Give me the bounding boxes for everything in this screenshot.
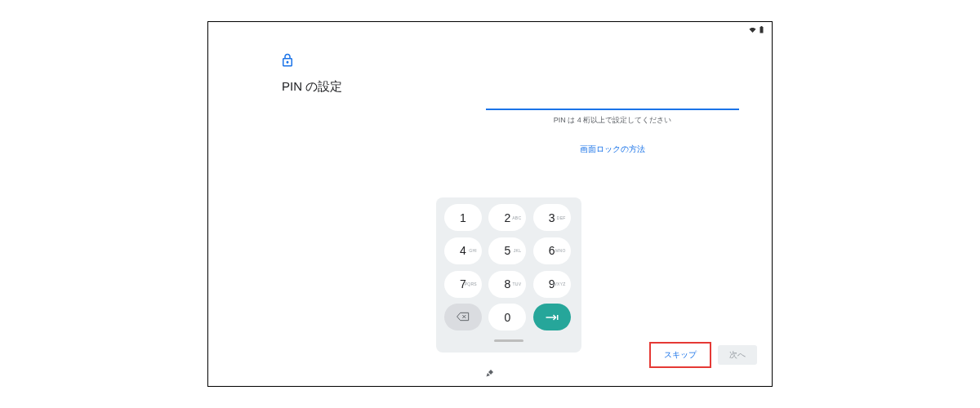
key-5[interactable]: 5JKL [488, 237, 526, 264]
svg-rect-1 [761, 26, 763, 27]
key-4[interactable]: 4GHI [444, 237, 482, 264]
key-2[interactable]: 2ABC [488, 204, 526, 231]
key-6[interactable]: 6MNO [533, 237, 571, 264]
enter-icon [545, 310, 559, 325]
skip-button[interactable]: スキップ [653, 345, 708, 365]
lock-icon [280, 53, 342, 71]
device-frame: PIN の設定 PIN は 4 桁以上で設定してください 画面ロックの方法 1 … [207, 21, 773, 387]
pin-hint: PIN は 4 桁以上で設定してください [486, 115, 739, 126]
keypad-handle[interactable] [494, 339, 523, 342]
key-backspace[interactable] [444, 304, 482, 330]
wifi-icon [749, 27, 756, 33]
key-8[interactable]: 8TUV [488, 271, 526, 298]
skip-highlight: スキップ [649, 342, 711, 368]
key-7[interactable]: 7PQRS [444, 271, 482, 298]
key-0[interactable]: 0 [488, 304, 526, 330]
status-bar [749, 26, 764, 33]
keypad: 1 2ABC 3DEF 4GHI 5JKL 6MNO 7PQRS 8TUV 9W… [436, 197, 581, 353]
stylus-icon [485, 366, 495, 381]
page-title: PIN の設定 [282, 79, 342, 95]
lock-method-link[interactable]: 画面ロックの方法 [486, 144, 739, 155]
backspace-icon [457, 310, 470, 325]
svg-rect-0 [760, 27, 764, 33]
keypad-grid: 1 2ABC 3DEF 4GHI 5JKL 6MNO 7PQRS 8TUV 9W… [444, 204, 573, 333]
pin-input[interactable] [486, 87, 739, 110]
key-enter[interactable] [533, 304, 571, 330]
key-9[interactable]: 9WXYZ [533, 271, 571, 298]
next-button[interactable]: 次へ [718, 345, 757, 365]
battery-icon [760, 26, 764, 33]
pin-input-area: PIN は 4 桁以上で設定してください 画面ロックの方法 [486, 87, 739, 155]
key-1[interactable]: 1 [444, 204, 482, 231]
key-3[interactable]: 3DEF [533, 204, 571, 231]
bottom-buttons: スキップ 次へ [649, 342, 757, 368]
header-area: PIN の設定 [282, 53, 342, 95]
